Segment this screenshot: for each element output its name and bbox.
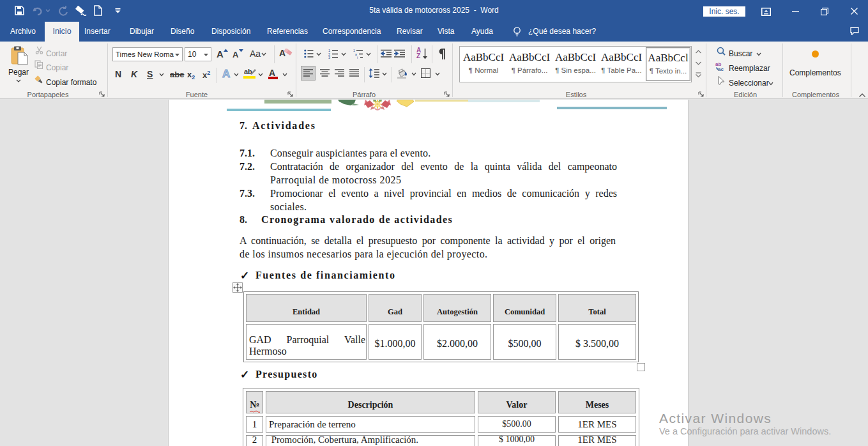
svg-text:3: 3 — [328, 56, 330, 59]
svg-text:i: i — [357, 56, 358, 59]
svg-text:ac: ac — [718, 66, 724, 71]
